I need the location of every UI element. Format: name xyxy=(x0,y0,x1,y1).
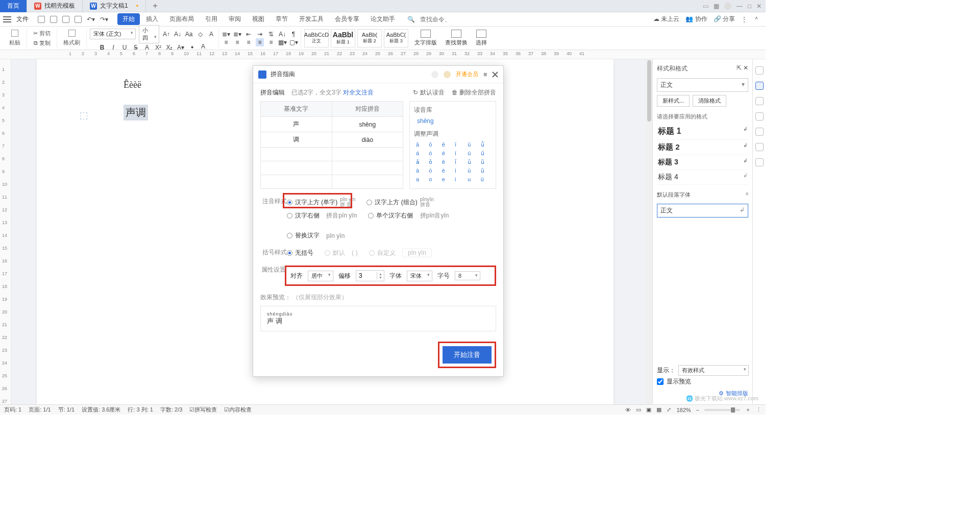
style-item[interactable]: AaBbl标题 1 xyxy=(331,29,355,47)
tone-cell[interactable]: u xyxy=(468,176,476,182)
outdent-icon[interactable]: ⇤ xyxy=(244,30,253,38)
tone-cell[interactable]: ò xyxy=(429,167,437,174)
pinyin-row[interactable]: 调diào xyxy=(261,132,403,148)
body-style-current[interactable]: 正文 xyxy=(657,204,748,218)
show-preview-check[interactable] xyxy=(657,378,664,385)
start-annotate-button[interactable]: 开始注音 xyxy=(443,346,492,364)
status-page[interactable]: 页码: 1 xyxy=(4,406,21,414)
print-icon[interactable] xyxy=(62,16,69,23)
hamburger-icon[interactable] xyxy=(3,16,11,22)
panel-close-icon[interactable]: ✕ xyxy=(743,64,748,71)
font-select[interactable]: 宋体 xyxy=(407,271,432,281)
command-search[interactable]: 🔍 xyxy=(407,16,451,23)
style-heading-3[interactable]: 标题 3↲ xyxy=(657,155,748,170)
menu-tab-7[interactable]: 开发工具 xyxy=(294,13,329,25)
numbering-icon[interactable]: ≣▾ xyxy=(233,30,241,38)
menu-chevron-icon[interactable]: ＾ xyxy=(753,15,760,23)
menu-tab-2[interactable]: 页面布局 xyxy=(164,13,199,25)
cut-button[interactable]: ✂ 剪切 xyxy=(30,29,54,38)
collab-button[interactable]: 👥 协作 xyxy=(685,15,707,23)
pinyin-row[interactable]: 声shēng xyxy=(261,117,403,132)
status-words[interactable]: 字数: 2/3 xyxy=(160,406,182,414)
status-pages[interactable]: 页面: 1/1 xyxy=(29,406,51,414)
menu-tab-3[interactable]: 引用 xyxy=(200,13,223,25)
search-input[interactable] xyxy=(420,16,451,23)
menu-file[interactable]: 文件 xyxy=(12,15,33,23)
view-layout3-icon[interactable]: ▦ xyxy=(656,406,662,413)
tone-cell[interactable]: á xyxy=(416,150,425,157)
side-icon-2[interactable] xyxy=(755,82,764,90)
side-icon-7[interactable] xyxy=(755,158,764,166)
font-family-select[interactable]: 宋体 (正文) xyxy=(90,29,136,39)
tab-add[interactable]: ＋ xyxy=(146,1,164,11)
status-setvalue[interactable]: 设置值: 3.6厘米 xyxy=(82,406,120,414)
cloud-status[interactable]: ☁ 未上云 xyxy=(653,15,679,23)
tone-cell[interactable]: i xyxy=(455,176,463,182)
reading-value[interactable]: shēng xyxy=(414,117,492,125)
indent-icon[interactable]: ⇥ xyxy=(256,30,264,38)
fsize-select[interactable]: 8 xyxy=(455,271,480,280)
share-button[interactable]: 🔗 分享 xyxy=(714,15,735,23)
undo-icon[interactable]: ↶▾ xyxy=(87,16,95,23)
view-layout2-icon[interactable]: ▣ xyxy=(646,406,651,413)
clear-format-button[interactable]: 清除格式 xyxy=(693,95,726,107)
opt-above-group[interactable]: 汉字上方 (组合) pīnyīn拼音 xyxy=(366,197,434,207)
format-painter[interactable] xyxy=(65,29,79,38)
char-border-icon[interactable]: A xyxy=(207,30,215,38)
side-icon-1[interactable] xyxy=(755,66,764,75)
status-more-icon[interactable]: ⋮ xyxy=(756,406,762,413)
tone-cell[interactable]: ó xyxy=(429,150,437,157)
tab-home[interactable]: 首页 xyxy=(0,0,27,12)
opt-replace[interactable]: 替换汉字 pīn yīn xyxy=(287,231,345,240)
menu-tab-5[interactable]: 视图 xyxy=(247,13,270,25)
copy-button[interactable]: ⧉ 复制 xyxy=(31,38,54,48)
zoom-out-icon[interactable]: − xyxy=(696,407,699,413)
side-icon-5[interactable] xyxy=(755,128,764,136)
status-contentcheck[interactable]: ☑内容检查 xyxy=(224,406,252,414)
window-layout-icon[interactable]: ▭ xyxy=(703,3,708,10)
showmarks-icon[interactable]: ¶ xyxy=(289,30,298,38)
print-preview-icon[interactable] xyxy=(50,16,57,23)
tone-cell[interactable]: ā xyxy=(416,141,425,148)
tone-cell[interactable]: è xyxy=(442,167,451,174)
align-justify-icon[interactable]: ≡ xyxy=(256,38,264,46)
window-max-icon[interactable]: □ xyxy=(748,3,751,10)
scrollbar-vertical[interactable] xyxy=(646,59,652,404)
tone-cell[interactable]: ǖ xyxy=(481,141,489,148)
clear-all-button[interactable]: 🗑 删除全部拼音 xyxy=(452,88,496,97)
tone-cell[interactable]: ü xyxy=(481,176,489,182)
fontsize-dec-icon[interactable]: A↓ xyxy=(174,30,182,38)
tone-cell[interactable]: ǔ xyxy=(468,159,476,165)
style-gallery[interactable]: AaBbCcD正文AaBbl标题 1AaBb(标题 2AaBbC(标题 3 xyxy=(301,29,411,47)
view-eye-icon[interactable]: 👁 xyxy=(625,407,631,413)
menu-more-icon[interactable]: ⋮ xyxy=(741,16,747,23)
current-style-select[interactable]: 正文 xyxy=(657,78,748,92)
tab-doc1[interactable]: W文字文稿1• xyxy=(83,0,146,12)
tone-cell[interactable]: ǘ xyxy=(481,150,489,157)
tone-cell[interactable]: ǎ xyxy=(416,159,425,165)
style-item[interactable]: AaBbC(标题 3 xyxy=(384,29,408,47)
redo-icon[interactable]: ↷▾ xyxy=(100,16,108,23)
side-icon-4[interactable] xyxy=(755,112,764,120)
new-style-button[interactable]: 新样式... xyxy=(657,95,690,107)
menu-tab-8[interactable]: 会员专享 xyxy=(330,13,364,25)
default-reading-button[interactable]: ↻ 默认读音 xyxy=(413,88,444,97)
linespace-icon[interactable]: ⇅ xyxy=(267,30,275,38)
pinyin-table[interactable]: 基准文字对应拼音 声shēng调diào xyxy=(260,101,403,189)
style-item[interactable]: AaBb(标题 2 xyxy=(357,29,382,47)
offset-input[interactable]: ▲▼ xyxy=(356,270,384,281)
fontsize-inc-icon[interactable]: A↑ xyxy=(162,30,170,38)
bracket-none[interactable]: 无括号 xyxy=(287,249,313,257)
tone-cell[interactable]: ī xyxy=(455,141,463,148)
window-grid-icon[interactable]: ▦ xyxy=(714,3,719,10)
default-para-font[interactable]: 默认段落字体 xyxy=(657,191,691,199)
side-icon-3[interactable] xyxy=(755,97,764,105)
menu-tab-9[interactable]: 论文助手 xyxy=(365,13,400,25)
opt-each-right[interactable]: 单个汉字右侧 拼pīn音yīn xyxy=(368,211,449,220)
tab-templates[interactable]: W找稻壳模板 xyxy=(27,0,83,12)
tone-cell[interactable]: í xyxy=(455,150,463,157)
align-right-icon[interactable]: ≡ xyxy=(244,38,253,46)
style-heading-2[interactable]: 标题 2↲ xyxy=(657,140,748,155)
bracket-default[interactable]: 默认 ( ) xyxy=(325,249,358,257)
sample-text-selected[interactable]: 声调 xyxy=(124,105,148,120)
